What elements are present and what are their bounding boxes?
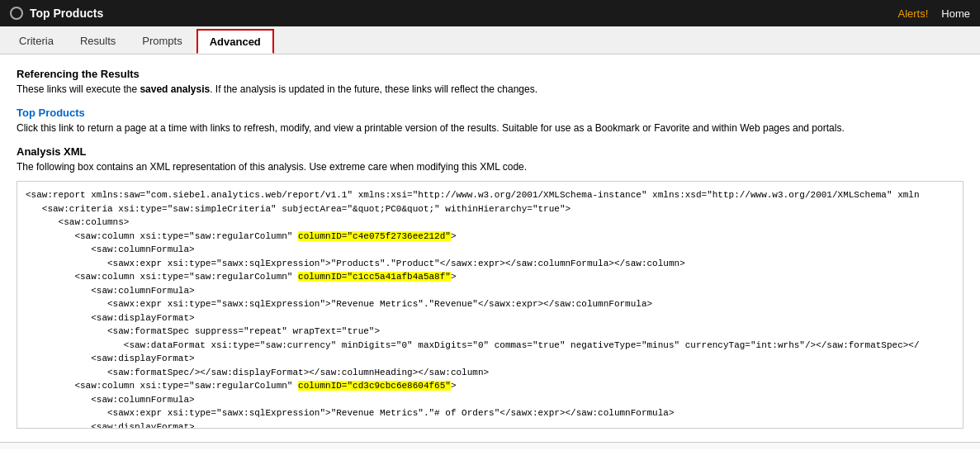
xml-line: <saw:column xsi:type="saw:regularColumn"… [26,379,954,393]
tab-prompts[interactable]: Prompts [130,29,194,53]
xml-line: <saw:formatSpec/></saw:displayFormat></s… [26,366,954,380]
xml-highlight: columnID="c4e075f2736ee212d" [298,231,451,241]
xml-line: <saw:displayFormat> [26,420,954,429]
gear-icon [10,7,23,20]
top-products-link-desc: Click this link to return a page at a ti… [17,122,963,134]
referencing-section: Referencing the Results These links will… [17,68,963,95]
xml-line: <saw:report xmlns:saw="com.siebel.analyt… [26,188,954,202]
tab-advanced[interactable]: Advanced [196,29,274,54]
xml-line: <sawx:expr xsi:type="sawx:sqlExpression"… [26,257,954,271]
xml-line: <sawx:expr xsi:type="sawx:sqlExpression"… [26,297,954,311]
bottom-bar [0,442,980,449]
xml-line: <saw:columns> [26,216,954,230]
xml-line: <sawx:expr xsi:type="sawx:sqlExpression"… [26,406,954,420]
analysis-xml-title: Analysis XML [17,145,963,158]
tab-bar: Criteria Results Prompts Advanced [0,26,980,55]
xml-line: <saw:columnFormula> [26,393,954,407]
app-title: Top Products [30,7,897,20]
xml-highlight: columnID="c1cc5a41afb4a5a8f" [298,272,451,282]
analysis-xml-section: Analysis XML The following box contains … [17,145,963,429]
top-bar: Top Products Alerts! Home [0,0,980,26]
xml-line: <saw:column xsi:type="saw:regularColumn"… [26,230,954,244]
xml-line: <saw:criteria xsi:type="saw:simpleCriter… [26,202,954,216]
tab-results[interactable]: Results [68,29,128,53]
analysis-xml-desc: The following box contains an XML repres… [17,161,963,173]
xml-line: <saw:displayFormat> [26,311,954,325]
xml-line: <saw:dataFormat xsi:type="saw:currency" … [26,339,954,353]
referencing-desc: These links will execute the saved analy… [17,83,963,95]
xml-line: <saw:displayFormat> [26,352,954,366]
xml-editor[interactable]: <saw:report xmlns:saw="com.siebel.analyt… [17,181,963,429]
referencing-title: Referencing the Results [17,68,963,80]
xml-highlight: columnID="cd3c9cbc6e8604f65" [298,381,451,391]
home-link[interactable]: Home [941,7,970,20]
xml-line: <saw:columnFormula> [26,243,954,257]
xml-line: <saw:column xsi:type="saw:regularColumn"… [26,270,954,284]
top-products-section: Top Products Click this link to return a… [17,107,963,134]
top-products-link[interactable]: Top Products [17,107,963,119]
xml-line: <saw:columnFormula> [26,284,954,298]
tab-criteria[interactable]: Criteria [7,29,66,53]
content-area: Referencing the Results These links will… [0,55,980,442]
xml-line: <saw:formatSpec suppress="repeat" wrapTe… [26,325,954,339]
alerts-link[interactable]: Alerts! [897,7,928,20]
